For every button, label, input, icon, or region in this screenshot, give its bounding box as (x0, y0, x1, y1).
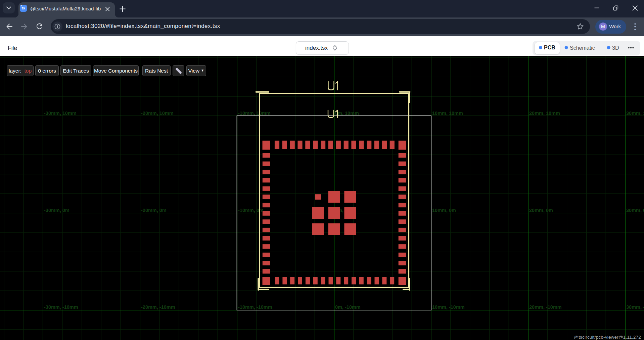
svg-text:0m, 10mm: 0m, 10mm (335, 111, 359, 116)
svg-text:-30mm, -10mm: -30mm, -10mm (44, 304, 78, 310)
svg-text:30mm, -10mm: 30mm, -10mm (626, 304, 644, 310)
svg-text:10mm, 10mm: 10mm, 10mm (432, 111, 463, 116)
svg-text:10mm, 0m: 10mm, 0m (432, 208, 456, 213)
svg-text:-20mm, 0m: -20mm, 0m (141, 208, 167, 213)
svg-text:10mm, -10mm: 10mm, -10mm (432, 304, 465, 310)
svg-text:-20mm, -10mm: -20mm, -10mm (141, 304, 175, 310)
svg-text:-30mm, 0m: -30mm, 0m (44, 208, 70, 213)
svg-text:-10mm, -10mm: -10mm, -10mm (238, 304, 272, 310)
svg-text:20mm, 10mm: 20mm, 10mm (529, 111, 560, 116)
svg-text:30mm, 10mm: 30mm, 10mm (626, 111, 644, 116)
svg-text:-10mm, 10mm: -10mm, 10mm (238, 111, 271, 116)
svg-text:-20mm, 10mm: -20mm, 10mm (141, 111, 174, 116)
svg-text:20mm, 0m: 20mm, 0m (529, 208, 553, 213)
svg-text:-30mm, 10mm: -30mm, 10mm (44, 111, 77, 116)
svg-text:0m, -10mm: 0m, -10mm (335, 304, 361, 310)
svg-text:30mm, 0m: 30mm, 0m (626, 208, 644, 213)
svg-text:20mm, -10mm: 20mm, -10mm (529, 304, 562, 310)
